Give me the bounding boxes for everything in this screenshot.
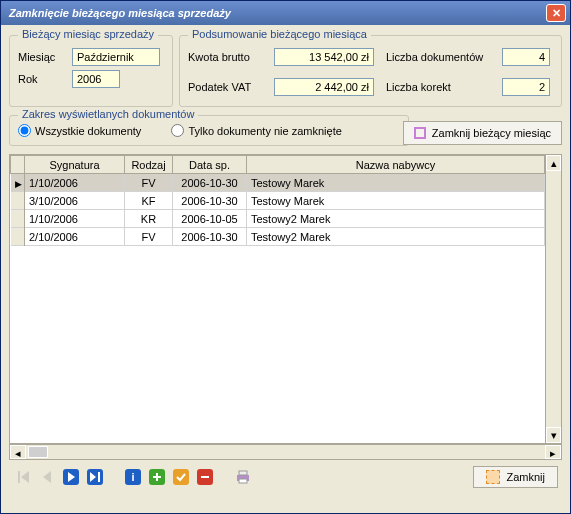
scroll-up-icon[interactable]: ▴ xyxy=(546,155,561,171)
table-row[interactable]: 1/10/2006KR2006-10-05Testowy2 Marek xyxy=(11,210,545,228)
gross-label: Kwota brutto xyxy=(188,51,268,63)
col-header-signature[interactable]: Sygnatura xyxy=(25,156,125,174)
row-selector-header xyxy=(11,156,25,174)
table-row[interactable]: 3/10/2006KF2006-10-30Testowy Marek xyxy=(11,192,545,210)
info-button[interactable]: i xyxy=(123,467,143,487)
close-icon xyxy=(486,470,500,484)
corrections-count-label: Liczba korekt xyxy=(386,81,496,93)
vat-label: Podatek VAT xyxy=(188,81,268,93)
vat-value: 2 442,00 zł xyxy=(274,78,374,96)
cell-kind: KF xyxy=(125,192,173,210)
radio-open-label: Tylko dokumenty nie zamknięte xyxy=(188,125,341,137)
docs-count-label: Liczba dokumentów xyxy=(386,51,496,63)
cell-date: 2006-10-05 xyxy=(173,210,247,228)
docs-count-value: 4 xyxy=(502,48,550,66)
cell-date: 2006-10-30 xyxy=(173,192,247,210)
horizontal-scrollbar[interactable]: ◂ ▸ xyxy=(9,444,562,460)
scroll-thumb[interactable] xyxy=(28,446,48,458)
scroll-right-icon[interactable]: ▸ xyxy=(545,445,561,459)
current-month-group: Bieżący miesiąc sprzedaży Miesiąc Paździ… xyxy=(9,35,173,107)
edit-button[interactable] xyxy=(171,467,191,487)
row-selector xyxy=(11,174,25,192)
scroll-down-icon[interactable]: ▾ xyxy=(546,427,561,443)
cell-buyer: Testowy Marek xyxy=(247,192,545,210)
print-button[interactable] xyxy=(233,467,253,487)
scroll-left-icon[interactable]: ◂ xyxy=(10,445,26,459)
nav-first-button xyxy=(13,467,33,487)
nav-last-button[interactable] xyxy=(85,467,105,487)
summary-legend: Podsumowanie bieżącego miesiąca xyxy=(188,28,371,40)
cell-kind: KR xyxy=(125,210,173,228)
col-header-buyer[interactable]: Nazwa nabywcy xyxy=(247,156,545,174)
cell-kind: FV xyxy=(125,228,173,246)
row-selector xyxy=(11,210,25,228)
add-button[interactable] xyxy=(147,467,167,487)
row-selector xyxy=(11,228,25,246)
current-month-legend: Bieżący miesiąc sprzedaży xyxy=(18,28,158,40)
vertical-scrollbar[interactable]: ▴ ▾ xyxy=(545,155,561,443)
cell-buyer: Testowy Marek xyxy=(247,174,545,192)
year-value: 2006 xyxy=(72,70,120,88)
svg-rect-5 xyxy=(173,469,189,485)
documents-table[interactable]: Sygnatura Rodzaj Data sp. Nazwa nabywcy … xyxy=(9,154,562,444)
cell-buyer: Testowy2 Marek xyxy=(247,228,545,246)
table-row[interactable]: 1/10/2006FV2006-10-30Testowy Marek xyxy=(11,174,545,192)
gross-value: 13 542,00 zł xyxy=(274,48,374,66)
cell-signature: 1/10/2006 xyxy=(25,210,125,228)
svg-rect-7 xyxy=(201,476,209,478)
year-label: Rok xyxy=(18,73,66,85)
cell-signature: 3/10/2006 xyxy=(25,192,125,210)
svg-rect-10 xyxy=(239,479,247,483)
row-selector xyxy=(11,192,25,210)
radio-open-documents[interactable]: Tylko dokumenty nie zamknięte xyxy=(171,124,341,137)
cell-date: 2006-10-30 xyxy=(173,228,247,246)
close-button[interactable]: Zamknij xyxy=(473,466,558,488)
scope-legend: Zakres wyświetlanych dokumentów xyxy=(18,108,198,120)
summary-group: Podsumowanie bieżącego miesiąca Kwota br… xyxy=(179,35,562,107)
radio-all-input[interactable] xyxy=(18,124,31,137)
titlebar: Zamknięcie bieżącego miesiąca sprzedaży … xyxy=(1,1,570,25)
window-title: Zamknięcie bieżącego miesiąca sprzedaży xyxy=(5,7,546,19)
close-month-label: Zamknij bieżący miesiąc xyxy=(432,127,551,139)
radio-open-input[interactable] xyxy=(171,124,184,137)
corrections-count-value: 2 xyxy=(502,78,550,96)
col-header-kind[interactable]: Rodzaj xyxy=(125,156,173,174)
close-button-label: Zamknij xyxy=(506,471,545,483)
cell-buyer: Testowy2 Marek xyxy=(247,210,545,228)
cell-date: 2006-10-30 xyxy=(173,174,247,192)
close-month-icon xyxy=(414,127,426,139)
main-window: Zamknięcie bieżącego miesiąca sprzedaży … xyxy=(0,0,571,514)
cell-signature: 2/10/2006 xyxy=(25,228,125,246)
nav-prev-button xyxy=(37,467,57,487)
cell-kind: FV xyxy=(125,174,173,192)
month-value: Październik xyxy=(72,48,160,66)
month-label: Miesiąc xyxy=(18,51,66,63)
cell-signature: 1/10/2006 xyxy=(25,174,125,192)
scope-group: Zakres wyświetlanych dokumentów Wszystki… xyxy=(9,115,409,146)
close-month-button[interactable]: Zamknij bieżący miesiąc xyxy=(403,121,562,145)
window-close-button[interactable]: ✕ xyxy=(546,4,566,22)
radio-all-label: Wszystkie dokumenty xyxy=(35,125,141,137)
nav-next-button[interactable] xyxy=(61,467,81,487)
svg-rect-9 xyxy=(239,471,247,475)
svg-text:i: i xyxy=(131,471,134,483)
radio-all-documents[interactable]: Wszystkie dokumenty xyxy=(18,124,141,137)
delete-button[interactable] xyxy=(195,467,215,487)
col-header-date[interactable]: Data sp. xyxy=(173,156,247,174)
table-row[interactable]: 2/10/2006FV2006-10-30Testowy2 Marek xyxy=(11,228,545,246)
navigation-toolbar: i Zamknij xyxy=(9,460,562,490)
